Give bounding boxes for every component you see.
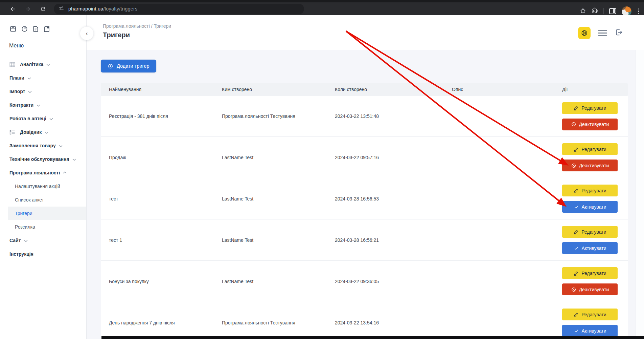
action-button-label: Редагувати (581, 105, 606, 111)
chevron-down-icon (45, 131, 48, 134)
main-area: Програма лояльності / Тригери Тригери До… (87, 15, 644, 339)
sidebar-item-тригери[interactable]: Тригери (8, 207, 86, 220)
table-row: тестLastName Test2024-03-28 16:56:53Реда… (101, 178, 628, 219)
chevron-down-icon (37, 104, 40, 107)
sidebar-item-label: Замовлення товару (9, 143, 56, 148)
chevron-down-icon (49, 118, 53, 120)
action-button-label: Редагувати (581, 312, 606, 317)
deactivate-button[interactable]: Деактивувати (562, 283, 618, 295)
pencil-icon (573, 147, 579, 152)
table-header-row: Найменування Ким створено Коли створено … (101, 83, 628, 96)
bookmark-star-icon[interactable] (580, 7, 586, 15)
sidebar-item-сайт[interactable]: Сайт (0, 234, 86, 247)
slash-circle-icon (571, 122, 576, 127)
menu-toggle-icon[interactable] (597, 28, 608, 38)
cell-actions: РедагуватиДеактивувати (562, 138, 620, 177)
add-trigger-label: Додати тригер (117, 63, 150, 69)
activate-button[interactable]: Активувати (562, 201, 618, 213)
sidebar-item-інструкція[interactable]: Інструкція (0, 247, 86, 261)
action-button-label: Редагувати (581, 147, 606, 152)
sidebar-item-робота-в-аптеці[interactable]: Робота в аптеці (0, 112, 86, 125)
book-icon[interactable] (43, 25, 50, 33)
cell-creator: LastName Test (222, 155, 335, 160)
sidebar-nav: АналітикаПланиІмпортКонтрактиРобота в ап… (0, 58, 86, 261)
profile-avatar[interactable] (622, 6, 631, 16)
cell-created: 2024-03-22 09:57:16 (335, 155, 452, 160)
slash-circle-icon (571, 163, 576, 168)
horizontal-scrollbar[interactable] (101, 336, 644, 339)
pencil-icon (573, 229, 579, 235)
sidebar-collapse-button[interactable]: ‹ (80, 26, 94, 40)
sidebar-item-контракти[interactable]: Контракти (0, 98, 86, 112)
column-header-created: Коли створено (335, 87, 452, 92)
edit-button[interactable]: Редагувати (562, 143, 618, 155)
edit-button[interactable]: Редагувати (562, 185, 618, 196)
cell-created: 2024-03-28 16:56:53 (335, 196, 452, 202)
sidebar-item-програма-лояльності[interactable]: Програма лояльності (0, 166, 86, 179)
browser-back-icon[interactable] (9, 6, 16, 12)
language-globe-button[interactable] (578, 27, 591, 39)
logout-icon[interactable] (615, 28, 623, 38)
deactivate-button[interactable]: Деактивувати (562, 160, 618, 171)
browser-menu-icon[interactable] (637, 8, 641, 14)
box-icon[interactable] (9, 25, 17, 33)
browser-reload-icon[interactable] (40, 6, 46, 12)
action-button-label: Активувати (582, 328, 606, 334)
column-header-creator: Ким створено (222, 87, 335, 92)
cell-name: Реєстрація - 381 днів після (109, 113, 222, 119)
page-header: Програма лояльності / Тригери Тригери (87, 15, 644, 50)
extensions-icon[interactable] (592, 7, 598, 15)
address-bar[interactable]: pharmapoint.ua/loyalty/triggers (54, 4, 304, 14)
action-button-label: Редагувати (581, 271, 606, 276)
pencil-icon (573, 188, 579, 193)
activate-button[interactable]: Активувати (562, 325, 618, 337)
sidebar-item-налаштування-акцій[interactable]: Налаштування акцій (0, 179, 86, 193)
pencil-icon (573, 105, 579, 111)
chevron-up-icon (63, 171, 67, 174)
sidebar-item-імпорт[interactable]: Імпорт (0, 85, 86, 98)
table-row: Реєстрація - 381 днів післяПрограма лоял… (101, 96, 628, 137)
edit-button[interactable]: Редагувати (562, 102, 618, 114)
pencil-icon (573, 312, 579, 317)
cell-name: тест 1 (109, 237, 222, 243)
sidebar-item-label: Список анкет (15, 197, 44, 203)
table-row: День народження 7 днів післяПрограма лоя… (101, 302, 628, 339)
table-body: Реєстрація - 381 днів післяПрограма лоял… (101, 96, 628, 339)
cell-actions: РедагуватиАктивувати (562, 220, 620, 259)
sidebar: Меню АналітикаПланиІмпортКонтрактиРобота… (0, 15, 87, 339)
cell-creator: Програма лояльності Тестування (222, 320, 335, 325)
sidebar-item-довідник[interactable]: Довідник (0, 125, 86, 139)
pie-chart-icon[interactable] (21, 25, 28, 33)
toolbar-divider (603, 8, 604, 14)
document-icon[interactable] (32, 25, 39, 33)
sidebar-item-аналітика[interactable]: Аналітика (0, 58, 86, 71)
cell-created: 2024-03-22 13:54:16 (335, 320, 452, 325)
sidebar-item-плани[interactable]: Плани (0, 71, 86, 85)
sidebar-item-label: Інструкція (9, 251, 33, 257)
chevron-down-icon (46, 64, 50, 66)
activate-button[interactable]: Активувати (562, 242, 618, 254)
side-panel-icon[interactable] (609, 8, 616, 14)
edit-button[interactable]: Редагувати (562, 309, 618, 320)
sidebar-item-label: Сайт (9, 238, 21, 243)
sidebar-item-розсилка[interactable]: Розсилка (0, 220, 86, 234)
deactivate-button[interactable]: Деактивувати (562, 119, 618, 130)
menu-label: Меню (0, 33, 86, 49)
column-header-description: Опис (452, 87, 562, 92)
sidebar-item-label: Технічне обслуговування (9, 156, 69, 162)
edit-button[interactable]: Редагувати (562, 226, 618, 238)
add-trigger-button[interactable]: Додати тригер (101, 60, 156, 72)
cell-actions: РедагуватиАктивувати (562, 179, 620, 218)
sidebar-item-замовлення-товару[interactable]: Замовлення товару (0, 139, 86, 152)
check-icon (574, 204, 579, 210)
sidebar-item-технічне-обслуговування[interactable]: Технічне обслуговування (0, 152, 86, 166)
cell-created: 2024-03-22 13:51:48 (335, 113, 452, 119)
sidebar-item-label: Програма лояльності (9, 170, 60, 175)
action-button-label: Деактивувати (579, 287, 609, 292)
sidebar-item-список-анкет[interactable]: Список анкет (0, 193, 86, 207)
action-button-label: Деактивувати (579, 122, 609, 127)
vertical-scrollbar[interactable] (636, 50, 644, 336)
browser-forward-icon[interactable] (25, 6, 31, 12)
site-info-icon[interactable] (59, 5, 64, 13)
edit-button[interactable]: Редагувати (562, 267, 618, 279)
